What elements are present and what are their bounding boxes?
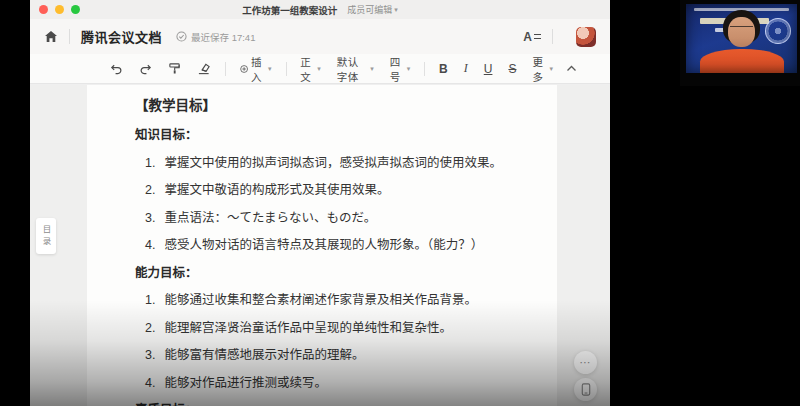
list-item: 3. 重点语法：～てたまらない、ものだ。 bbox=[145, 209, 517, 227]
minimize-window-button[interactable] bbox=[55, 5, 64, 14]
ellipsis-icon: ⋯ bbox=[580, 356, 592, 369]
chevron-down-icon: ▾ bbox=[268, 65, 272, 73]
strikethrough-button[interactable]: S bbox=[503, 59, 521, 79]
divider bbox=[286, 62, 287, 76]
app-name: 腾讯会议文档 bbox=[81, 27, 162, 46]
chevron-down-icon: ▾ bbox=[394, 6, 398, 13]
document-page[interactable]: 【教学目标】 知识目标： 1. 掌握文中使用的拟声词拟态词，感受拟声拟态词的使用… bbox=[87, 85, 557, 406]
avatar[interactable] bbox=[576, 27, 596, 47]
chevron-down-icon: ▾ bbox=[407, 65, 411, 73]
chevron-down-icon: ▾ bbox=[370, 65, 374, 73]
list-text: 能够富有情感地展示对作品的理解。 bbox=[164, 346, 364, 364]
list-text: 能够通过收集和整合素材阐述作家背景及相关作品背景。 bbox=[164, 291, 477, 309]
saved-check-icon bbox=[176, 31, 187, 42]
list-text: 能理解宫泽贤治童话作品中呈现的单纯性和复杂性。 bbox=[164, 319, 452, 337]
section-title: 能力目标： bbox=[135, 264, 517, 282]
bold-button[interactable]: B bbox=[434, 59, 453, 79]
document-title: 工作坊第一组教案设计 bbox=[242, 3, 337, 17]
editing-toolbar: 插入▾ 正文▾ 默认字体▾ 四号▾ B I U S 更多▾ bbox=[30, 54, 610, 84]
paragraph-style-select[interactable]: 正文▾ bbox=[295, 59, 326, 79]
toc-label: 目录 bbox=[40, 225, 52, 248]
list-number: 1. bbox=[145, 291, 155, 309]
list-number: 2. bbox=[145, 181, 155, 199]
home-icon[interactable] bbox=[44, 30, 58, 43]
list-item: 1. 掌握文中使用的拟声词拟态词，感受拟声拟态词的使用效果。 bbox=[145, 154, 517, 172]
font-family-select[interactable]: 默认字体▾ bbox=[332, 59, 379, 79]
clear-format-icon[interactable] bbox=[192, 59, 216, 79]
document-area: 【教学目标】 知识目标： 1. 掌握文中使用的拟声词拟态词，感受拟声拟态词的使用… bbox=[30, 85, 610, 406]
permission-dropdown[interactable]: 成员可编辑▾ bbox=[347, 3, 398, 16]
list-item: 2. 掌握文中敬语的构成形式及其使用效果。 bbox=[145, 181, 517, 199]
list-text: 掌握文中敬语的构成形式及其使用效果。 bbox=[164, 181, 389, 199]
redo-button[interactable] bbox=[134, 59, 157, 79]
more-actions-button[interactable]: ⋯ bbox=[574, 351, 597, 374]
remote-video-tile[interactable] bbox=[680, 0, 800, 86]
list-number: 4. bbox=[145, 236, 155, 254]
list-item: 4. 能够对作品进行推测或续写。 bbox=[145, 374, 517, 392]
list-item: 3. 能够富有情感地展示对作品的理解。 bbox=[145, 346, 517, 364]
participant-face bbox=[728, 17, 755, 47]
docs-app-window: 工作坊第一组教案设计 成员可编辑▾ 腾讯会议文档 最近保存 17:41 A bbox=[30, 0, 610, 406]
collapse-toolbar-button[interactable] bbox=[561, 59, 582, 79]
underline-button[interactable]: U bbox=[479, 59, 498, 79]
section-title: 素质目标： bbox=[135, 401, 517, 406]
participant-glasses bbox=[730, 26, 753, 31]
outline-icon[interactable]: A bbox=[523, 30, 541, 44]
list-text: 感受人物对话的语言特点及其展现的人物形象。（能力？） bbox=[164, 236, 483, 254]
divider bbox=[552, 29, 553, 44]
list-number: 1. bbox=[145, 154, 155, 172]
mobile-icon bbox=[581, 383, 591, 396]
participant-shirt bbox=[700, 49, 784, 73]
more-button[interactable]: 更多▾ bbox=[527, 59, 558, 79]
list-number: 4. bbox=[145, 374, 155, 392]
list-item: 2. 能理解宫泽贤治童话作品中呈现的单纯性和复杂性。 bbox=[145, 319, 517, 337]
insert-button[interactable]: 插入▾ bbox=[235, 59, 277, 79]
close-window-button[interactable] bbox=[39, 5, 48, 14]
font-size-select[interactable]: 四号▾ bbox=[385, 59, 416, 79]
format-painter-button[interactable] bbox=[163, 59, 186, 79]
divider bbox=[69, 29, 70, 44]
university-seal-icon bbox=[765, 18, 791, 44]
list-text: 能够对作品进行推测或续写。 bbox=[164, 374, 327, 392]
chevron-down-icon: ▾ bbox=[317, 65, 321, 73]
list-item: 1. 能够通过收集和整合素材阐述作家背景及相关作品背景。 bbox=[145, 291, 517, 309]
save-status: 最近保存 17:41 bbox=[176, 30, 255, 44]
list-number: 3. bbox=[145, 209, 155, 227]
zoom-window-button[interactable] bbox=[71, 5, 80, 14]
list-item: 4. 感受人物对话的语言特点及其展现的人物形象。（能力？） bbox=[145, 236, 517, 254]
window-titlebar: 工作坊第一组教案设计 成员可编辑▾ bbox=[30, 0, 610, 19]
mobile-view-button[interactable] bbox=[574, 378, 597, 401]
list-number: 2. bbox=[145, 319, 155, 337]
divider bbox=[424, 62, 425, 76]
doc-heading: 【教学目标】 bbox=[135, 97, 517, 115]
app-header: 腾讯会议文档 最近保存 17:41 A bbox=[30, 19, 610, 54]
list-number: 3. bbox=[145, 346, 155, 364]
participant-video-feed bbox=[686, 4, 797, 73]
list-text: 掌握文中使用的拟声词拟态词，感受拟声拟态词的使用效果。 bbox=[164, 154, 502, 172]
undo-button[interactable] bbox=[105, 59, 128, 79]
chevron-down-icon: ▾ bbox=[549, 65, 553, 73]
save-status-text: 最近保存 17:41 bbox=[191, 30, 255, 44]
italic-button[interactable]: I bbox=[459, 59, 473, 79]
traffic-lights bbox=[39, 5, 80, 14]
list-text: 重点语法：～てたまらない、ものだ。 bbox=[164, 209, 376, 227]
divider bbox=[225, 62, 226, 76]
menu-icon[interactable] bbox=[490, 31, 505, 42]
toc-tab[interactable]: 目录 bbox=[36, 218, 56, 254]
section-title: 知识目标： bbox=[135, 126, 517, 144]
